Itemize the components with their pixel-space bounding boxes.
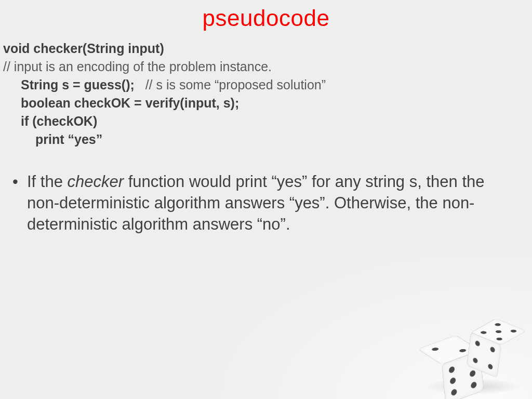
slide: pseudocode void checker(String input) //… [0,0,532,399]
die-icon [479,325,513,370]
code-line-5: if (checkOK) [21,114,97,128]
pseudocode-block: void checker(String input) // input is a… [0,31,532,149]
bullet-text: If the checker function would print “yes… [27,171,512,235]
bullet-marker: • [12,171,27,235]
bullet-item: • If the checker function would print “y… [12,171,512,235]
code-line-4: boolean checkOK = verify(input, s); [21,96,239,110]
die-icon [430,343,471,396]
code-line-2: // input is an encoding of the problem i… [3,58,532,76]
bullet-block: • If the checker function would print “y… [0,149,532,235]
code-line-3-bold: String s = guess(); [21,77,135,92]
dice-decoration [419,310,523,393]
bullet-pre: If the [27,172,68,191]
code-line-6: print “yes” [35,132,102,147]
bullet-em: checker [68,172,124,191]
slide-title: pseudocode [0,0,532,31]
code-line-1: void checker(String input) [3,41,164,56]
code-line-3-comment: // s is some “proposed solution” [135,77,326,92]
